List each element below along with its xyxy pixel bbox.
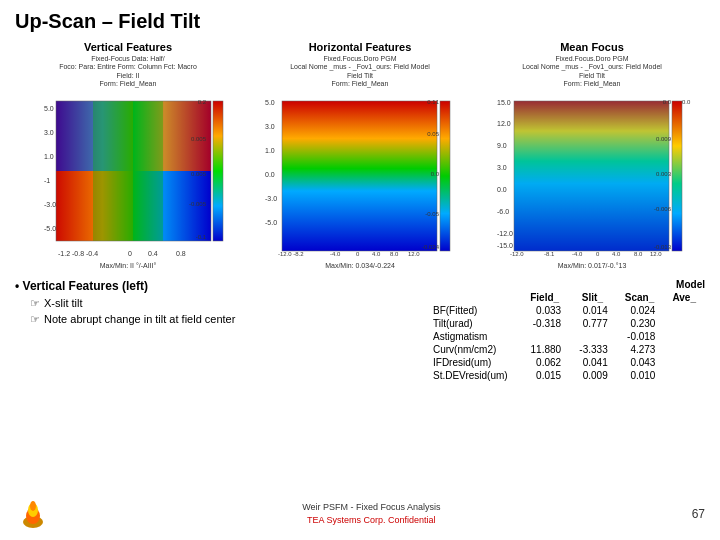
svg-text:0: 0 <box>356 251 360 257</box>
plot-section-mean: Mean Focus Fixed.Focus.Doro PGM Local No… <box>479 41 705 269</box>
footer-center: Weir PSFM - Fixed Focus Analysis TEA Sys… <box>302 501 440 526</box>
table-row: Tilt(urad) -0.318 0.777 0.230 <box>425 317 705 330</box>
svg-text:-0.024: -0.024 <box>422 244 440 250</box>
svg-text:0: 0 <box>596 251 600 257</box>
svg-text:1.0: 1.0 <box>265 147 275 154</box>
col-header-label <box>425 291 520 304</box>
svg-text:-5.0: -5.0 <box>265 219 277 226</box>
colormap-vertical: 5.0 3.0 1.0 -1 -3.0 -5.0 -1.2 -0.8 -0.4 … <box>15 91 241 261</box>
plot-section-vertical: Vertical Features Fixed-Focus Data: Half… <box>15 41 241 269</box>
plot-subtitle-vertical: Fixed-Focus Data: Half/ Foco: Para: Enti… <box>59 55 197 89</box>
bullets-section: • Vertical Features (left) ☞ X-slit tilt… <box>15 279 415 382</box>
svg-text:4.0: 4.0 <box>372 251 381 257</box>
footer-line1: Weir PSFM - Fixed Focus Analysis <box>302 501 440 514</box>
svg-text:0.0: 0.0 <box>663 99 672 105</box>
svg-text:12.0: 12.0 <box>497 120 511 127</box>
svg-text:0.005: 0.005 <box>191 171 207 177</box>
plot-title-mean: Mean Focus <box>560 41 624 53</box>
svg-text:12.0: 12.0 <box>650 251 662 257</box>
plot-axis-mean: Max/Min: 0.017/-0.°13 <box>558 262 627 269</box>
svg-text:-0.005: -0.005 <box>189 201 207 207</box>
bottom-section: • Vertical Features (left) ☞ X-slit tilt… <box>15 279 705 382</box>
svg-text:4.0: 4.0 <box>612 251 621 257</box>
svg-text:-0.05: -0.05 <box>425 211 439 217</box>
row-val-5-2: 0.010 <box>616 369 664 382</box>
svg-text:0.2: 0.2 <box>198 99 207 105</box>
svg-text:0.8: 0.8 <box>176 250 186 257</box>
svg-text:-0.1: -0.1 <box>196 234 207 240</box>
row-label-1: Tilt(urad) <box>425 317 520 330</box>
svg-text:0.0: 0.0 <box>431 171 440 177</box>
svg-text:3.0: 3.0 <box>44 129 54 136</box>
row-label-3: Curv(nm/cm2) <box>425 343 520 356</box>
page: Up-Scan – Field Tilt Vertical Features F… <box>0 0 720 540</box>
svg-text:8.0: 8.0 <box>634 251 643 257</box>
svg-text:-0.013: -0.013 <box>654 244 672 250</box>
svg-text:5.0: 5.0 <box>265 99 275 106</box>
plot-title-vertical: Vertical Features <box>84 41 172 53</box>
svg-text:0.0: 0.0 <box>497 186 507 193</box>
colormap-horizontal: 5.0 3.0 1.0 0.0 -3.0 -5.0 -12.0 -8.2 -4.… <box>247 91 473 261</box>
plot-axis-vertical: Max/Min: II °/-AIII° <box>100 262 157 269</box>
row-val-1-1: 0.777 <box>569 317 616 330</box>
row-val-1-2: 0.230 <box>616 317 664 330</box>
footer-page-number: 67 <box>692 507 705 521</box>
bullet-sub-0: ☞ X-slit tilt <box>30 297 415 310</box>
svg-text:1.0: 1.0 <box>44 153 54 160</box>
svg-text:-1: -1 <box>44 177 50 184</box>
svg-text:-12.0: -12.0 <box>510 251 524 257</box>
svg-text:0.05: 0.05 <box>427 131 439 137</box>
row-val-4-1: 0.041 <box>569 356 616 369</box>
row-val-4-2: 0.043 <box>616 356 664 369</box>
row-val-1-0: -0.318 <box>520 317 569 330</box>
svg-text:-4.0: -4.0 <box>572 251 583 257</box>
svg-text:-8.1: -8.1 <box>544 251 555 257</box>
row-val-3-0: 11.880 <box>520 343 569 356</box>
col-header-slit: Slit_ <box>569 291 616 304</box>
svg-text:12.0: 12.0 <box>408 251 420 257</box>
svg-text:-15.0: -15.0 <box>497 242 513 249</box>
svg-rect-60 <box>514 101 669 251</box>
svg-text:0.009: 0.009 <box>656 136 672 142</box>
svg-text:0.0: 0.0 <box>265 171 275 178</box>
row-label-5: St.DEVresid(um) <box>425 369 520 382</box>
col-header-ave: Ave_ <box>663 291 705 304</box>
svg-text:-3.0: -3.0 <box>265 195 277 202</box>
col-header-field: Field_ <box>520 291 569 304</box>
table-row: BF(Fitted) 0.033 0.014 0.024 <box>425 304 705 317</box>
svg-text:-1.2 -0.8 -0.4: -1.2 -0.8 -0.4 <box>58 250 98 257</box>
row-val-0-2: 0.024 <box>616 304 664 317</box>
row-val-2-2: -0.018 <box>616 330 664 343</box>
row-label-4: IFDresid(um) <box>425 356 520 369</box>
bullet-icon-0: ☞ <box>30 297 40 310</box>
plot-subtitle-horizontal: Fixed.Focus.Doro PGM Local Nome _mus - _… <box>290 55 430 89</box>
svg-text:9.0: 9.0 <box>497 142 507 149</box>
bullet-sub-1: ☞ Note abrupt change in tilt at field ce… <box>30 313 415 326</box>
row-val-0-1: 0.014 <box>569 304 616 317</box>
row-val-3-2: 4.273 <box>616 343 664 356</box>
table-row: St.DEVresid(um) 0.015 0.009 0.010 <box>425 369 705 382</box>
svg-text:-12.0: -12.0 <box>497 230 513 237</box>
colormap-mean: 15.0 12.0 9.0 3.0 0.0 -6.0 -12.0 -15.0 -… <box>479 91 705 261</box>
svg-text:0: 0 <box>128 250 132 257</box>
svg-text:-12.0 -8.2: -12.0 -8.2 <box>278 251 304 257</box>
svg-text:3.0: 3.0 <box>265 123 275 130</box>
plot-title-horizontal: Horizontal Features <box>309 41 412 53</box>
bullet-main: • Vertical Features (left) <box>15 279 415 293</box>
row-val-2-0 <box>520 330 569 343</box>
svg-text:0.005: 0.005 <box>191 136 207 142</box>
svg-text:-0.006: -0.006 <box>654 206 672 212</box>
row-label-2: Astigmatism <box>425 330 520 343</box>
table-row: IFDresid(um) 0.062 0.041 0.043 <box>425 356 705 369</box>
svg-point-73 <box>30 501 36 511</box>
svg-text:15.0: 15.0 <box>497 99 511 106</box>
svg-text:0.4: 0.4 <box>148 250 158 257</box>
svg-text:5.0: 5.0 <box>44 105 54 112</box>
row-label-0: BF(Fitted) <box>425 304 520 317</box>
plots-row: Vertical Features Fixed-Focus Data: Half… <box>15 41 705 269</box>
svg-text:0.003: 0.003 <box>656 171 672 177</box>
row-val-2-1 <box>569 330 616 343</box>
svg-text:0.11: 0.11 <box>427 99 439 105</box>
plot-subtitle-mean: Fixed.Focus.Doro PGM Local Nome _mus - _… <box>522 55 662 89</box>
svg-text:0.0: 0.0 <box>682 99 691 105</box>
